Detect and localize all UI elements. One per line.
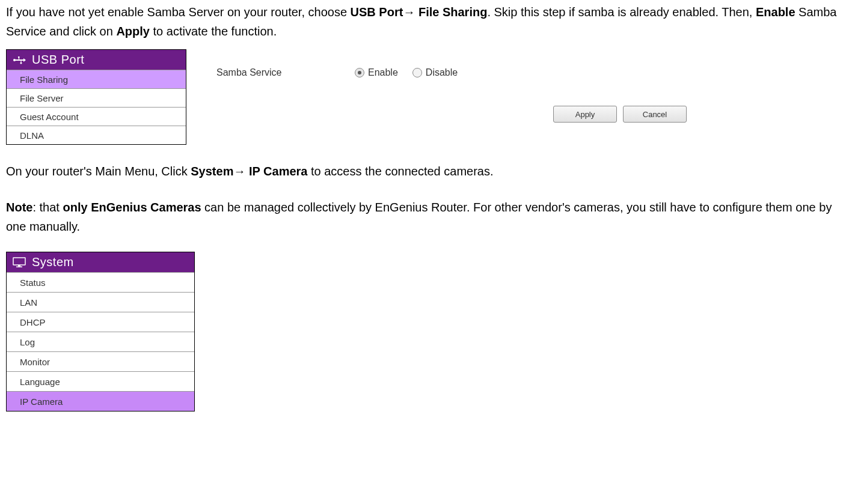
system-menu-item-dhcp[interactable]: DHCP — [7, 312, 194, 332]
usb-icon — [13, 55, 26, 65]
menu-item-label: File Sharing — [20, 74, 68, 85]
menu-item-label: Language — [20, 377, 60, 387]
p2-bold-ipcamera: IP Camera — [245, 165, 307, 178]
usb-menu-item-dlna[interactable]: DLNA — [7, 126, 186, 144]
menu-item-label: LAN — [20, 297, 37, 308]
menu-item-label: Guest Account — [20, 112, 79, 122]
menu-item-label: Monitor — [20, 357, 50, 367]
svg-rect-8 — [16, 266, 22, 267]
samba-disable-option[interactable]: Disable — [412, 67, 458, 78]
samba-service-panel: Samba Service Enable Disable Apply Cance… — [210, 43, 840, 123]
p2-text-2: to access the connected cameras. — [307, 165, 493, 178]
usb-menu-item-file-server[interactable]: File Server — [7, 88, 186, 107]
menu-item-label: IP Camera — [20, 396, 63, 407]
note-bold: only EnGenius Cameras — [63, 201, 201, 214]
usb-port-menu-header[interactable]: USB Port — [7, 50, 186, 70]
intro-text-2: . Skip this step if samba is already ena… — [487, 5, 756, 19]
intro-bold-apply: Apply — [116, 25, 150, 38]
intro-text-4: to activate the function. — [150, 25, 277, 38]
arrow-icon: → — [233, 165, 245, 178]
system-menu: System Status LAN DHCP Log Monitor Langu… — [6, 252, 195, 411]
button-label: Apply — [575, 110, 595, 119]
intro-bold-filesharing: File Sharing — [415, 5, 487, 19]
svg-rect-5 — [21, 60, 22, 62]
note-paragraph: Note: that only EnGenius Cameras can be … — [6, 198, 840, 236]
usb-port-menu: USB Port File Sharing File Server Guest … — [6, 49, 186, 145]
p2-bold-system: System — [191, 165, 233, 178]
monitor-icon — [13, 257, 26, 268]
usb-port-menu-title: USB Port — [32, 53, 84, 67]
svg-rect-1 — [15, 59, 24, 61]
svg-rect-6 — [13, 258, 25, 265]
system-ipcamera-paragraph: On your router's Main Menu, Click System… — [6, 162, 840, 181]
button-label: Cancel — [643, 110, 667, 119]
apply-button[interactable]: Apply — [553, 106, 617, 123]
menu-item-label: DLNA — [20, 130, 44, 141]
note-colon: : that — [32, 201, 63, 214]
intro-bold-enable: Enable — [756, 5, 795, 19]
system-menu-item-lan[interactable]: LAN — [7, 292, 194, 312]
intro-bold-usbport: USB Port — [351, 5, 403, 19]
system-menu-header[interactable]: System — [7, 252, 194, 272]
cancel-button[interactable]: Cancel — [623, 106, 687, 123]
svg-rect-7 — [18, 265, 20, 267]
intro-text-1: If you have not yet enable Samba Server … — [6, 5, 351, 19]
usb-menu-item-guest-account[interactable]: Guest Account — [7, 107, 186, 126]
intro-paragraph: If you have not yet enable Samba Server … — [6, 2, 840, 41]
radio-icon — [355, 68, 364, 77]
radio-label: Enable — [368, 67, 398, 78]
system-menu-item-log[interactable]: Log — [7, 332, 194, 351]
menu-item-label: DHCP — [20, 317, 46, 327]
p2-text-1: On your router's Main Menu, Click — [6, 165, 191, 178]
system-menu-title: System — [32, 255, 74, 269]
system-menu-item-ip-camera[interactable]: IP Camera — [7, 391, 194, 411]
usb-menu-item-file-sharing[interactable]: File Sharing — [7, 70, 186, 88]
system-menu-item-monitor[interactable]: Monitor — [7, 351, 194, 371]
system-menu-item-language[interactable]: Language — [7, 371, 194, 391]
samba-service-label: Samba Service — [210, 67, 355, 78]
system-menu-item-status[interactable]: Status — [7, 272, 194, 292]
radio-icon — [412, 68, 422, 77]
radio-label: Disable — [426, 67, 458, 78]
arrow-icon: → — [403, 5, 415, 19]
menu-item-label: Status — [20, 278, 46, 288]
menu-item-label: Log — [20, 337, 35, 347]
svg-rect-3 — [19, 58, 19, 60]
note-lead: Note — [6, 201, 32, 214]
menu-item-label: File Server — [20, 93, 64, 103]
samba-enable-option[interactable]: Enable — [355, 67, 398, 78]
